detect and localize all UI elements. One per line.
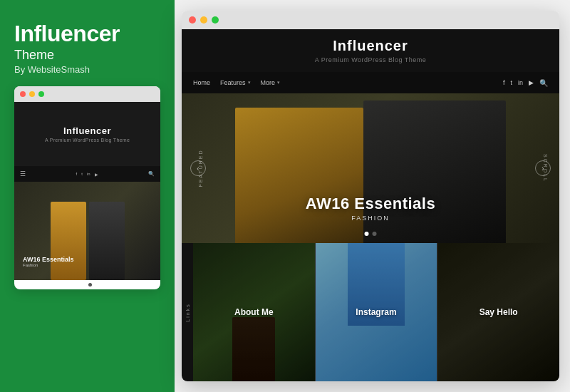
- hero-category: Fashion: [306, 215, 435, 222]
- mini-browser-preview: Influencer A Premium WordPress Blog Them…: [14, 86, 160, 289]
- hero-dot-2[interactable]: [373, 232, 377, 236]
- hero-figure-left: [235, 108, 363, 243]
- grid-cell-about-label: About Me: [234, 307, 274, 317]
- scroll-label: Scroll: [542, 154, 547, 182]
- theme-title: Influencer: [14, 21, 160, 46]
- nav-item-features[interactable]: Features ▾: [220, 79, 251, 86]
- nav-twitter-icon[interactable]: t: [510, 79, 512, 86]
- hero-dot-1[interactable]: [365, 232, 369, 236]
- mini-hero-text: AW16 Essentials Fashion: [23, 256, 74, 267]
- theme-subtitle: Theme: [14, 48, 160, 63]
- grid-cell-say-hello-overlay: Say Hello: [437, 243, 559, 381]
- mini-brand: Influencer: [63, 125, 111, 136]
- links-sidebar: Links: [182, 243, 193, 381]
- mini-browser-content: Influencer A Premium WordPress Blog Them…: [14, 102, 160, 166]
- mini-hero: AW16 Essentials Fashion: [14, 182, 160, 280]
- site-tagline: A Premium WordPress Blog Theme: [315, 56, 427, 63]
- mini-browser-bar: [14, 86, 160, 102]
- nav-item-more[interactable]: More ▾: [261, 79, 281, 86]
- mini-tagline: A Premium WordPress Blog Theme: [45, 138, 130, 143]
- hero-overlay-text: AW16 Essentials Fashion: [306, 195, 435, 222]
- mini-hero-category: Fashion: [23, 263, 74, 267]
- nav-youtube-icon[interactable]: ▶: [529, 79, 534, 86]
- mini-dot-2: [88, 283, 92, 287]
- site-nav-right: f t in ▶ 🔍: [503, 79, 548, 87]
- site-nav: Home Features ▾ More ▾ f t in ▶ 🔍: [182, 72, 559, 93]
- main-dot-green: [212, 16, 219, 24]
- main-browser: Influencer A Premium WordPress Blog Them…: [182, 11, 559, 381]
- hero-slider-dots: [365, 232, 377, 236]
- mini-slider-dots: [14, 283, 160, 287]
- site-header: Influencer A Premium WordPress Blog Them…: [182, 29, 559, 72]
- dot-green: [38, 91, 44, 97]
- theme-author: By WebsiteSmash: [14, 64, 160, 75]
- site-hero: Featured ‹ › AW16 Essentials Fashion Scr…: [182, 93, 559, 243]
- grid-cell-say-hello[interactable]: Say Hello: [437, 243, 559, 381]
- nav-item-home[interactable]: Home: [193, 79, 210, 86]
- grid-cell-about[interactable]: About Me: [193, 243, 315, 381]
- links-label: Links: [185, 303, 190, 321]
- dot-yellow: [29, 91, 35, 97]
- mini-nav-item: t: [81, 172, 83, 177]
- nav-instagram-icon[interactable]: in: [518, 79, 523, 86]
- left-panel: Influencer Theme By WebsiteSmash Influen…: [0, 0, 175, 392]
- nav-facebook-icon[interactable]: f: [503, 79, 505, 86]
- mini-dot-1: [83, 283, 86, 287]
- site-brand: Influencer: [333, 38, 408, 54]
- mini-hero-title: AW16 Essentials: [23, 256, 74, 263]
- mini-nav-item: f: [76, 172, 77, 177]
- hero-prev-button[interactable]: ‹: [190, 160, 206, 176]
- main-dot-yellow: [200, 16, 207, 24]
- right-panel: Influencer A Premium WordPress Blog Them…: [175, 0, 570, 392]
- main-browser-bar: [182, 11, 559, 29]
- grid-cell-instagram[interactable]: Instagram: [316, 243, 437, 381]
- site-nav-left: Home Features ▾ More ▾: [193, 79, 280, 86]
- mini-nav: ☰ f t in ▶ 🔍: [14, 166, 160, 182]
- mini-nav-item: ▶: [95, 172, 98, 177]
- dot-red: [20, 91, 26, 97]
- grid-cell-say-hello-label: Say Hello: [480, 307, 518, 317]
- website-content: Influencer A Premium WordPress Blog Them…: [182, 29, 559, 381]
- mini-figure-dark: [89, 202, 125, 280]
- grid-cell-instagram-label: Instagram: [356, 307, 396, 317]
- mini-figure-yellow: [51, 202, 86, 280]
- hero-figure-right: [363, 100, 506, 243]
- grid-cell-instagram-overlay: Instagram: [316, 243, 437, 381]
- mini-search-icon: 🔍: [148, 171, 155, 177]
- grid-cell-about-overlay: About Me: [193, 243, 315, 381]
- mini-nav-item: in: [87, 172, 90, 177]
- bottom-grid: Links About Me Instagram: [182, 243, 559, 381]
- nav-search-icon[interactable]: 🔍: [539, 79, 548, 87]
- main-dot-red: [189, 16, 196, 24]
- hero-main-title: AW16 Essentials: [306, 195, 435, 213]
- mini-nav-links: f t in ▶: [76, 172, 98, 177]
- mini-hamburger-icon: ☰: [20, 170, 26, 177]
